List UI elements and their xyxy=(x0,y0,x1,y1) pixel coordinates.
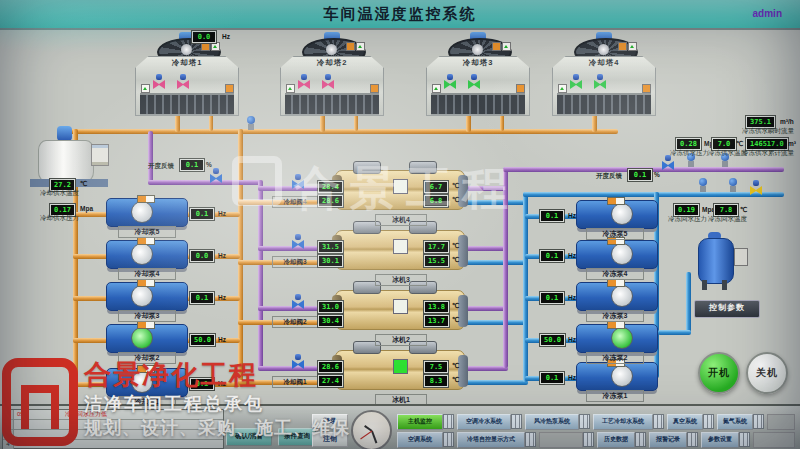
tower-label: 冷却塔1 xyxy=(135,59,239,67)
control-valve-icon[interactable] xyxy=(210,168,222,183)
chilled-pump-2[interactable] xyxy=(576,324,658,353)
cooling-pump-4[interactable] xyxy=(106,240,188,269)
tower-valve-icon[interactable] xyxy=(468,74,480,89)
chw-return-pressure-label: 冷冻回水压力 xyxy=(668,216,707,223)
hz-unit: Hz xyxy=(222,34,230,41)
pump-hz-display: 0.0 xyxy=(190,250,214,262)
logout-button[interactable]: 注销 xyxy=(312,432,348,447)
pump-label: 冷却泵3 xyxy=(118,310,176,322)
fan-hub-icon xyxy=(598,44,609,55)
celsius-unit: ℃ xyxy=(452,257,459,264)
tower-valve-icon[interactable] xyxy=(177,74,189,89)
tower-grille xyxy=(557,93,651,115)
pipe-sensor-icon xyxy=(728,178,738,192)
celsius-unit: ℃ xyxy=(740,207,747,214)
shutoff-valve-icon[interactable] xyxy=(750,180,762,195)
ack-mute-button[interactable]: 确认/消音 xyxy=(226,428,272,446)
control-valve-icon[interactable] xyxy=(662,155,674,170)
expansion-tank[interactable] xyxy=(694,232,746,292)
page-title: 车间温湿度监控系统 xyxy=(0,5,800,24)
cw-in-display: 31.5 xyxy=(318,241,343,253)
pump-hz-display: 0.1 xyxy=(190,378,214,390)
tower-valve-icon[interactable] xyxy=(322,74,334,89)
pipe-sensor-icon xyxy=(698,178,708,192)
tank-leg xyxy=(702,280,707,290)
pump-hz-display: 0.1 xyxy=(540,210,564,222)
cooling-pump-3[interactable] xyxy=(106,282,188,311)
percent-unit: % xyxy=(654,172,660,179)
control-params-button[interactable]: 控制参数 xyxy=(694,300,760,318)
chilled-pump-5[interactable] xyxy=(576,200,658,229)
tank-body xyxy=(698,238,734,284)
nav-main-monitor[interactable]: 主机监控 xyxy=(397,414,443,430)
minute-hand xyxy=(371,430,377,443)
cooling-supply-temp-label: 冷却供水温度 xyxy=(40,190,79,197)
chilled-pump-4[interactable] xyxy=(576,240,658,269)
nav-indicator xyxy=(653,414,664,429)
nav-heat-pump[interactable]: 风冷热泵系统 xyxy=(525,414,579,430)
pipe xyxy=(465,366,508,371)
start-button[interactable]: 开机 xyxy=(698,352,740,394)
second-hand xyxy=(360,430,372,439)
pipe xyxy=(523,192,528,382)
nav-vacuum[interactable]: 真空系统 xyxy=(667,414,703,430)
pump-hz-display: 0.1 xyxy=(190,208,214,220)
nav-ac-chilled-water[interactable]: 空调冷水系统 xyxy=(457,414,511,430)
status-indicator xyxy=(628,42,637,51)
condenser-valve-icon[interactable] xyxy=(292,294,304,309)
tower-valve-icon[interactable] xyxy=(570,74,582,89)
pump-label: 冷冻泵4 xyxy=(586,268,644,280)
query-button[interactable]: 条件查询 xyxy=(278,428,316,446)
hz-unit: Hz xyxy=(218,253,226,260)
nav-ac-system[interactable]: 空调系统 xyxy=(397,432,443,448)
tower-label: 冷却塔2 xyxy=(280,59,384,67)
nav-disabled[interactable] xyxy=(539,432,583,448)
hz-unit: Hz xyxy=(568,295,576,302)
nav-nitrogen[interactable]: 氮气系统 xyxy=(717,414,753,430)
tower-valve-icon[interactable] xyxy=(444,74,456,89)
condenser-valve-icon[interactable] xyxy=(292,354,304,369)
celsius-unit: ℃ xyxy=(452,363,459,370)
nav-history[interactable]: 历史数据 xyxy=(597,432,635,448)
chiller-label: 冰机3 xyxy=(375,274,427,286)
nav-indicator xyxy=(635,432,646,447)
status-indicator xyxy=(225,84,234,93)
tower-valve-icon[interactable] xyxy=(298,74,310,89)
tower-valve-icon[interactable] xyxy=(594,74,606,89)
nav-disabled[interactable] xyxy=(767,414,795,430)
cooling-pump-1[interactable] xyxy=(106,368,188,397)
tower-label: 冷却塔3 xyxy=(426,59,530,67)
condenser-valve-icon[interactable] xyxy=(292,234,304,249)
pipe xyxy=(465,306,508,311)
vol-unit: m³ xyxy=(788,141,796,148)
percent-unit: % xyxy=(206,162,212,169)
cooling-pump-2[interactable] xyxy=(106,324,188,353)
company-logo xyxy=(2,358,78,446)
status-indicator xyxy=(286,84,295,93)
chilled-pump-1[interactable] xyxy=(576,362,658,391)
login-button[interactable]: 登录 xyxy=(312,414,348,429)
nav-alarm-log[interactable]: 报警记录 xyxy=(649,432,687,448)
status-indicator xyxy=(492,42,501,51)
chiller-panel xyxy=(393,299,408,314)
pump-hz-display: 0.1 xyxy=(540,292,564,304)
scada-screen: 车间温湿度监控系统 admin xyxy=(0,0,800,449)
chilled-pump-3[interactable] xyxy=(576,282,658,311)
chw-supply-display: 7.5 xyxy=(424,361,448,373)
cooling-pump-5[interactable] xyxy=(106,198,188,227)
chiller-label: 冰机2 xyxy=(375,334,427,346)
status-indicator xyxy=(432,84,441,93)
nav-process-cooling[interactable]: 工艺冷却水系统 xyxy=(593,414,653,430)
celsius-unit: ℃ xyxy=(736,141,743,148)
tower-valve-icon[interactable] xyxy=(153,74,165,89)
nav-disabled[interactable] xyxy=(753,432,795,448)
nav-tower-auto-display[interactable]: 冷塔自控显示方式 xyxy=(457,432,525,448)
nav-param-settings[interactable]: 参数设置 xyxy=(701,432,739,448)
logged-in-user: admin xyxy=(753,8,782,19)
nav-indicator xyxy=(511,414,522,429)
stop-button[interactable]: 关机 xyxy=(746,352,788,394)
pipe xyxy=(686,272,691,333)
chw-return-display: 8.3 xyxy=(424,375,448,387)
tower-grille xyxy=(285,93,379,115)
watermark-logo-icon xyxy=(232,156,282,206)
